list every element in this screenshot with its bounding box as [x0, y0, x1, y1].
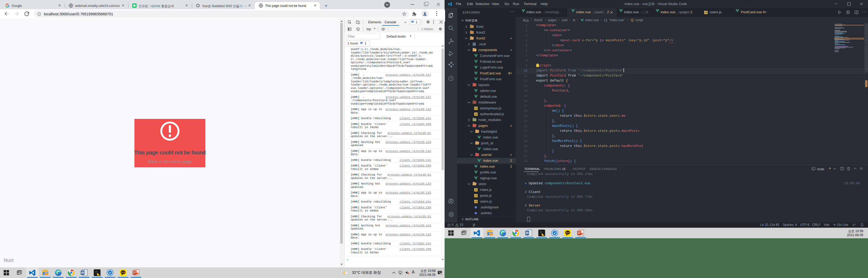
svg-text:TALK: TALK	[121, 271, 125, 273]
svg-text:1: 1	[441, 273, 441, 275]
svg-text:TALK: TALK	[565, 232, 570, 234]
